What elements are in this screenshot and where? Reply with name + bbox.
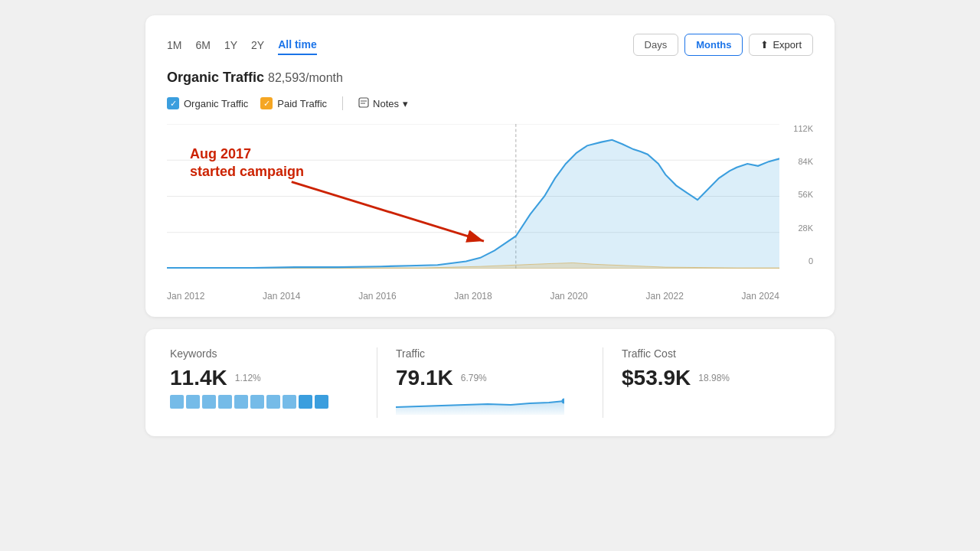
bar-7 [266, 395, 280, 409]
bar-9 [299, 395, 312, 409]
traffic-cost-main: $53.9K [622, 366, 691, 390]
metric-title-text: Organic Traffic [167, 70, 264, 85]
traffic-change: 6.79% [461, 373, 487, 383]
paid-label: Paid Traffic [277, 98, 327, 109]
traffic-cost-change: 18.98% [698, 373, 730, 383]
bar-6 [250, 395, 264, 409]
organic-label: Organic Traffic [184, 98, 248, 109]
traffic-cost-value-row: $53.9K 18.98% [622, 366, 810, 390]
stat-traffic-cost: Traffic Cost $53.9K 18.98% [606, 347, 810, 418]
keywords-main: 11.4K [170, 366, 227, 390]
bar-2 [186, 395, 200, 409]
y-label-56k: 56K [784, 190, 813, 199]
bar-3 [202, 395, 216, 409]
stats-card: Keywords 11.4K 1.12% Traffic 79.1K 6.79% [145, 329, 835, 436]
x-label-2014: Jan 2014 [263, 291, 300, 302]
bar-4 [218, 395, 232, 409]
y-label-0: 0 [784, 256, 813, 266]
keywords-label: Keywords [170, 347, 358, 360]
filter-2y[interactable]: 2Y [251, 36, 264, 54]
filter-6m[interactable]: 6M [195, 36, 210, 54]
divider-2 [603, 347, 603, 418]
stat-traffic: Traffic 79.1K 6.79% [381, 347, 599, 418]
chart-area: 112K 84K 56K 28K 0 [167, 124, 813, 285]
traffic-value-row: 79.1K 6.79% [396, 366, 584, 390]
bar-8 [283, 395, 296, 409]
traffic-label: Traffic [396, 347, 584, 360]
export-button[interactable]: ⬆ Export [749, 34, 813, 56]
y-label-28k: 28K [784, 223, 813, 233]
months-button[interactable]: Months [684, 34, 743, 56]
organic-check-icon: ✓ [167, 97, 179, 109]
x-label-2022: Jan 2022 [645, 291, 683, 302]
legend-organic[interactable]: ✓ Organic Traffic [167, 97, 248, 109]
notes-label: Notes [373, 98, 399, 109]
main-chart-card: 1M 6M 1Y 2Y All time Days Months ⬆ Expor… [145, 15, 835, 317]
metric-title: Organic Traffic 82,593/month [167, 70, 813, 86]
stat-keywords: Keywords 11.4K 1.12% [170, 347, 374, 418]
keywords-value-row: 11.4K 1.12% [170, 366, 358, 390]
legend-divider [342, 96, 343, 110]
bar-10 [315, 395, 328, 409]
time-filters: 1M 6M 1Y 2Y All time [167, 35, 317, 55]
notes-icon [358, 97, 369, 110]
svg-rect-0 [359, 98, 368, 107]
bar-5 [234, 395, 248, 409]
traffic-cost-label: Traffic Cost [622, 347, 810, 360]
y-label-84k: 84K [784, 157, 813, 166]
export-icon: ⬆ [760, 39, 769, 51]
legend-row: ✓ Organic Traffic ✓ Paid Traffic Notes ▾ [167, 96, 813, 110]
top-bar: 1M 6M 1Y 2Y All time Days Months ⬆ Expor… [167, 34, 813, 56]
bar-1 [170, 395, 184, 409]
y-label-112k: 112K [784, 124, 813, 133]
x-label-2018: Jan 2018 [454, 291, 492, 302]
x-label-2016: Jan 2016 [358, 291, 396, 302]
chevron-down-icon: ▾ [403, 98, 408, 109]
filter-1y[interactable]: 1Y [224, 36, 237, 54]
x-label-2024: Jan 2024 [742, 291, 779, 302]
traffic-main: 79.1K [396, 366, 453, 390]
x-axis-labels: Jan 2012 Jan 2014 Jan 2016 Jan 2018 Jan … [167, 291, 813, 302]
days-button[interactable]: Days [633, 34, 679, 56]
right-controls: Days Months ⬆ Export [633, 34, 813, 56]
metric-value: 82,593/month [268, 71, 343, 84]
chart-svg [167, 124, 779, 269]
notes-button[interactable]: Notes ▾ [358, 97, 408, 110]
filter-1m[interactable]: 1M [167, 36, 181, 54]
traffic-sparkline [396, 393, 564, 415]
export-label: Export [773, 39, 802, 51]
x-label-2012: Jan 2012 [167, 291, 204, 302]
filter-alltime[interactable]: All time [278, 35, 317, 55]
legend-paid[interactable]: ✓ Paid Traffic [260, 97, 327, 109]
paid-check-icon: ✓ [260, 97, 273, 109]
keywords-bar-chart [170, 393, 358, 409]
x-label-2020: Jan 2020 [550, 291, 587, 302]
keywords-change: 1.12% [235, 373, 261, 383]
divider-1 [377, 347, 377, 418]
